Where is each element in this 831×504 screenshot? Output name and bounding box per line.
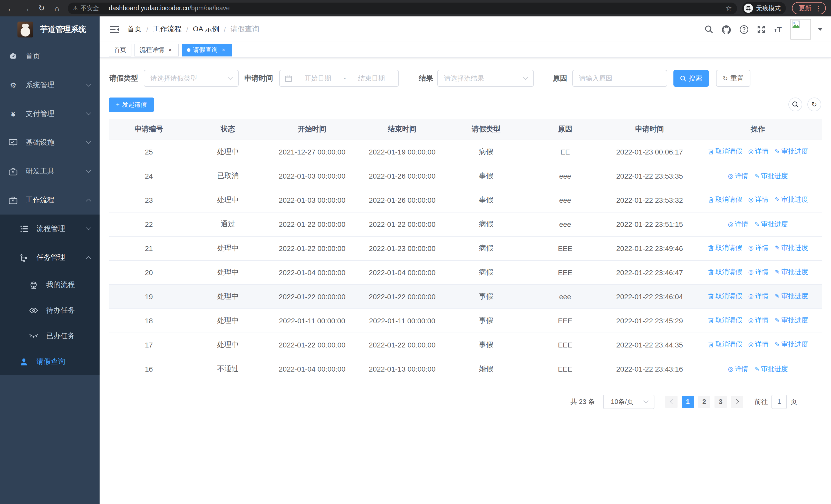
detail-link[interactable]: ◎详情: [748, 292, 768, 301]
help-icon[interactable]: [739, 25, 748, 34]
search-button[interactable]: 搜索: [674, 70, 709, 87]
avatar[interactable]: [791, 19, 811, 39]
action-label: 审批进度: [781, 292, 808, 301]
toggle-search-button[interactable]: [789, 97, 802, 111]
forward-icon[interactable]: →: [19, 4, 34, 12]
detail-link[interactable]: ◎详情: [748, 243, 768, 253]
close-icon[interactable]: [167, 47, 173, 53]
approval-progress-link[interactable]: ✎审批进度: [775, 316, 808, 325]
cancel-leave-link[interactable]: 取消请假: [708, 243, 742, 253]
detail-link[interactable]: ◎详情: [728, 364, 748, 374]
approval-progress-link[interactable]: ✎审批进度: [754, 219, 787, 229]
sidebar-item-home[interactable]: 首页: [0, 42, 99, 71]
approval-progress-link[interactable]: ✎审批进度: [754, 171, 787, 180]
github-icon[interactable]: [721, 25, 730, 34]
cancel-leave-link[interactable]: 取消请假: [708, 268, 742, 277]
menu-dots-icon[interactable]: ⋮: [815, 4, 822, 12]
cell-leave-type: 病假: [447, 260, 525, 284]
leave-type-select[interactable]: 请选择请假类型: [144, 70, 239, 87]
breadcrumb-oa-example[interactable]: OA 示例: [193, 25, 220, 34]
sidebar-item-leave-query[interactable]: 请假查询: [0, 349, 99, 375]
cell-status: 通过: [189, 212, 267, 236]
approval-progress-link[interactable]: ✎审批进度: [775, 243, 808, 253]
approval-progress-link[interactable]: ✎审批进度: [775, 195, 808, 205]
detail-link[interactable]: ◎详情: [748, 340, 768, 349]
sidebar-item-task-management[interactable]: 任务管理: [0, 243, 99, 272]
create-leave-button[interactable]: + 发起请假: [109, 97, 154, 112]
cell-actions: 取消请假◎详情✎审批进度: [694, 308, 822, 333]
cell-apply-id: 25: [109, 140, 189, 164]
reset-button[interactable]: ↻ 重置: [716, 70, 750, 87]
sidebar-item-process-management[interactable]: 流程管理: [0, 214, 99, 243]
font-size-icon[interactable]: TT: [774, 25, 782, 33]
eye-icon: ◎: [748, 341, 753, 348]
approval-progress-link[interactable]: ✎审批进度: [775, 268, 808, 277]
cell-status: 处理中: [189, 188, 267, 212]
detail-link[interactable]: ◎详情: [728, 171, 748, 180]
fullscreen-icon[interactable]: [757, 25, 765, 33]
action-label: 审批进度: [761, 219, 788, 229]
sidebar-item-workflow[interactable]: 工作流程: [0, 186, 99, 214]
page-button-3[interactable]: 3: [715, 395, 727, 408]
goto-page-input[interactable]: [771, 394, 787, 409]
goto-label: 前往: [754, 397, 768, 406]
result-select[interactable]: 请选择流结果: [437, 70, 534, 87]
avatar-dropdown-caret[interactable]: [818, 28, 823, 31]
page-size-select[interactable]: 10条/页: [603, 394, 654, 409]
detail-link[interactable]: ◎详情: [748, 147, 768, 156]
next-page-button[interactable]: [731, 395, 743, 408]
cell-start-time: 2022-01-22 00:00:00: [267, 212, 357, 236]
sidebar-item-my-process[interactable]: 我的流程: [0, 272, 99, 298]
sidebar: 芋道管理系统 首页 ⚙ 系统管理 ¥ 支付管理 基础设施: [0, 17, 99, 504]
apply-time-range-picker[interactable]: 开始日期 - 结束日期: [279, 70, 399, 87]
col-status: 状态: [189, 119, 267, 140]
sidebar-collapse-icon[interactable]: [110, 25, 119, 33]
close-icon[interactable]: [220, 47, 227, 53]
dashboard-icon: [9, 52, 18, 61]
page-button-2[interactable]: 2: [698, 395, 710, 408]
approval-progress-link[interactable]: ✎审批进度: [754, 364, 787, 374]
refresh-table-button[interactable]: ↻: [807, 97, 821, 111]
address-bar[interactable]: ⚠ 不安全 dashboard.yudao.iocoder.cn/bpm/oa/…: [68, 2, 737, 14]
sidebar-item-system[interactable]: ⚙ 系统管理: [0, 71, 99, 99]
approval-progress-link[interactable]: ✎审批进度: [775, 147, 808, 156]
cell-status: 处理中: [189, 236, 267, 260]
detail-link[interactable]: ◎详情: [728, 219, 748, 229]
detail-link[interactable]: ◎详情: [748, 316, 768, 325]
tab-home[interactable]: 首页: [109, 43, 132, 56]
cell-end-time: 2022-01-13 00:00:00: [357, 357, 447, 381]
tab-process-detail[interactable]: 流程详情: [135, 43, 179, 56]
detail-link[interactable]: ◎详情: [748, 268, 768, 277]
trash-icon: [708, 341, 714, 348]
page-button-1[interactable]: 1: [682, 395, 694, 408]
breadcrumb-home[interactable]: 首页: [127, 25, 142, 34]
search-icon[interactable]: [705, 25, 713, 33]
sidebar-item-dev-tools[interactable]: 研发工具: [0, 157, 99, 186]
eye-icon: ◎: [748, 317, 753, 324]
sidebar-item-done-tasks[interactable]: 已办任务: [0, 323, 99, 349]
browser-update-button[interactable]: 更新 ⋮: [792, 2, 826, 14]
back-icon[interactable]: ←: [3, 4, 19, 12]
cancel-leave-link[interactable]: 取消请假: [708, 147, 742, 156]
bookmark-star-icon[interactable]: ☆: [725, 4, 732, 12]
sidebar-item-payment[interactable]: ¥ 支付管理: [0, 99, 99, 128]
approval-progress-link[interactable]: ✎审批进度: [775, 340, 808, 349]
action-label: 详情: [735, 219, 748, 229]
cancel-leave-link[interactable]: 取消请假: [708, 340, 742, 349]
prev-page-button[interactable]: [665, 395, 678, 408]
cell-apply-id: 17: [109, 333, 189, 357]
cell-apply-id: 22: [109, 212, 189, 236]
approval-progress-link[interactable]: ✎审批进度: [775, 292, 808, 301]
cancel-leave-link[interactable]: 取消请假: [708, 316, 742, 325]
cancel-leave-link[interactable]: 取消请假: [708, 195, 742, 205]
reason-input[interactable]: [573, 70, 667, 86]
home-icon[interactable]: ⌂: [49, 4, 65, 12]
sidebar-item-todo-tasks[interactable]: 待办任务: [0, 298, 99, 323]
cell-apply-id: 23: [109, 188, 189, 212]
cancel-leave-link[interactable]: 取消请假: [708, 292, 742, 301]
breadcrumb-workflow[interactable]: 工作流程: [153, 25, 182, 34]
reload-icon[interactable]: ↻: [34, 4, 49, 13]
sidebar-item-infrastructure[interactable]: 基础设施: [0, 128, 99, 157]
detail-link[interactable]: ◎详情: [748, 195, 768, 205]
tab-leave-query[interactable]: 请假查询: [182, 43, 232, 56]
